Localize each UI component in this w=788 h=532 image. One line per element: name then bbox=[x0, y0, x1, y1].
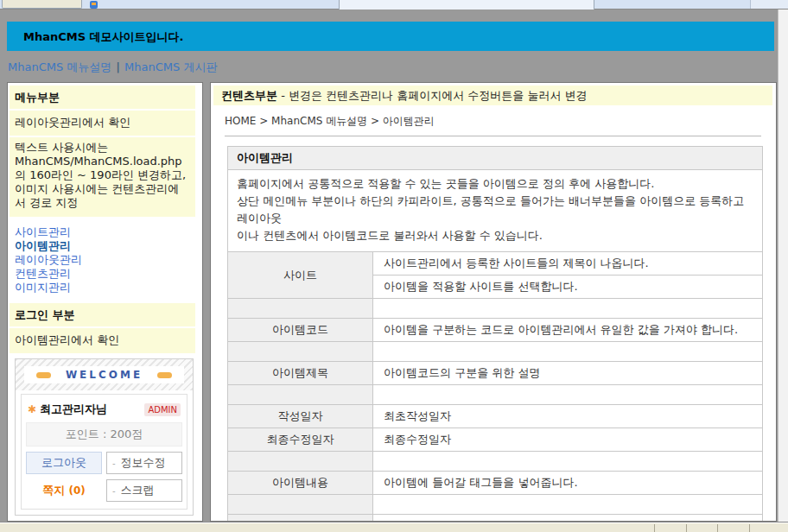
table-description-row: 홈페이지에서 공통적으로 적용할 수 있는 곳들을 아이템으로 정의 후에 사용… bbox=[228, 170, 763, 252]
status-separator bbox=[749, 524, 750, 532]
edit-info-label: 정보수정 bbox=[121, 455, 166, 471]
welcome-pill-icon bbox=[157, 372, 172, 378]
dash-icon: - bbox=[112, 459, 116, 468]
empty-label-cell bbox=[228, 342, 373, 362]
main-content: 컨텐츠부분 - 변경은 컨텐츠관리나 홈페이지에서 수정버튼을 눌러서 변경 H… bbox=[210, 82, 777, 522]
column-gap bbox=[203, 82, 210, 522]
sidebar-item-link[interactable]: 이미지관리 bbox=[15, 281, 195, 294]
user-info-box: 최고관리자님 ADMIN 포인트 : 200점 로그아웃 -정보수정 쪽지 (0… bbox=[21, 394, 187, 510]
user-star-icon bbox=[28, 403, 36, 415]
field-label: 여분필드 1 ~ 10 bbox=[228, 515, 373, 522]
welcome-banner: WELCOME bbox=[16, 359, 193, 390]
edit-info-button[interactable]: -정보수정 bbox=[106, 452, 182, 474]
spacer-row bbox=[228, 299, 763, 319]
table-row: 아이템내용아이템에 들어갈 태그들을 넣어줍니다. bbox=[228, 472, 763, 495]
page-favicon-icon bbox=[90, 1, 98, 9]
memo-link[interactable]: 쪽지 (0) bbox=[26, 483, 102, 498]
status-separator bbox=[654, 524, 655, 532]
field-description: 아이템코드의 구분을 위한 설명 bbox=[373, 362, 763, 385]
field-description: 아이템을 적용할 사이트를 선택합니다. bbox=[373, 276, 763, 299]
nav-link-board[interactable]: MhanCMS 게시판 bbox=[124, 60, 217, 73]
nav-separator: | bbox=[116, 60, 120, 73]
field-label: 사이트 bbox=[228, 252, 373, 299]
field-label: 작성일자 bbox=[228, 405, 373, 428]
item-admin-table: 아이템관리 홈페이지에서 공통적으로 적용할 수 있는 곳들을 아이템으로 정의… bbox=[227, 146, 763, 522]
content-notice-bar: 컨텐츠부분 - 변경은 컨텐츠관리나 홈페이지에서 수정버튼을 눌러서 변경 bbox=[213, 86, 772, 105]
browser-tab-controls[interactable] bbox=[750, 0, 788, 9]
welcome-banner-inner: WELCOME bbox=[24, 366, 184, 383]
table-description: 홈페이지에서 공통적으로 적용할 수 있는 곳들을 아이템으로 정의 후에 사용… bbox=[228, 170, 763, 252]
field-description: 사이트관리에서 등록한 사이트들의 제목이 나옵니다. bbox=[373, 252, 763, 276]
status-separator bbox=[686, 524, 687, 532]
empty-label-cell bbox=[228, 299, 373, 319]
login-section-subtitle: 아이템관리에서 확인 bbox=[10, 328, 195, 353]
table-row: 사이트사이트관리에서 등록한 사이트들의 제목이 나옵니다. bbox=[228, 252, 763, 276]
menu-section-title: 메뉴부분 bbox=[10, 86, 195, 109]
scrap-button[interactable]: -스크랩 bbox=[106, 479, 182, 502]
logout-button[interactable]: 로그아웃 bbox=[26, 452, 102, 474]
empty-label-cell bbox=[228, 385, 373, 405]
browser-tab-bar bbox=[0, 0, 788, 10]
spacer-row bbox=[228, 342, 763, 362]
points-display: 포인트 : 200점 bbox=[26, 422, 182, 446]
dash-icon: - bbox=[112, 486, 116, 496]
field-label: 아이템코드 bbox=[228, 319, 373, 342]
screen: MhanCMS 데모사이트입니다. MhanCMS 메뉴설명|MhanCMS 게… bbox=[0, 0, 788, 532]
browser-tab[interactable] bbox=[2, 0, 82, 9]
status-separator bbox=[717, 524, 718, 532]
spacer-row bbox=[228, 385, 763, 405]
spacer-row bbox=[228, 495, 763, 515]
site-title: MhanCMS 데모사이트입니다. bbox=[7, 22, 774, 45]
empty-desc-cell bbox=[373, 452, 763, 472]
memo-count: (0) bbox=[68, 484, 85, 497]
field-description: 아이템에 들어갈 태그들을 넣어줍니다. bbox=[373, 472, 763, 495]
field-description: 그누보드처럼 여분필드로 필요한 부분이 있을때 사용하시면 됩니다. bbox=[373, 515, 763, 522]
welcome-pill-icon bbox=[36, 372, 51, 378]
notice-title: 컨텐츠부분 bbox=[221, 89, 277, 102]
table-row: 아이템코드아이템을 구분하는 코드로 아이템관리에서 유일한 값을 가져야 합니… bbox=[228, 319, 763, 342]
empty-desc-cell bbox=[373, 495, 763, 515]
table-row: 작성일자최초작성일자 bbox=[228, 405, 763, 428]
sidebar-item-link[interactable]: 컨텐츠관리 bbox=[15, 267, 195, 281]
table-row: 여분필드 1 ~ 10그누보드처럼 여분필드로 필요한 부분이 있을때 사용하시… bbox=[228, 515, 763, 522]
sidebar-item-link[interactable]: 레이아웃관리 bbox=[15, 253, 195, 267]
empty-desc-cell bbox=[373, 342, 763, 362]
main-nav: MhanCMS 메뉴설명|MhanCMS 게시판 bbox=[8, 60, 217, 75]
empty-label-cell bbox=[228, 495, 373, 515]
login-widget: WELCOME 최고관리자님 ADMIN 포인트 : 200점 로그아웃 -정보… bbox=[15, 358, 194, 516]
nav-link-menu-guide[interactable]: MhanCMS 메뉴설명 bbox=[8, 60, 111, 73]
memo-label: 쪽지 bbox=[42, 484, 65, 497]
menu-section-subtitle: 레이아웃관리에서 확인 bbox=[10, 111, 195, 136]
sidebar-item-active[interactable]: 아이템관리 bbox=[15, 239, 195, 253]
field-description: 최초작성일자 bbox=[373, 405, 763, 428]
field-label: 최종수정일자 bbox=[228, 428, 373, 452]
table-row: 최종수정일자최종수정일자 bbox=[228, 428, 763, 452]
window-right-edge bbox=[778, 10, 788, 522]
spacer-row bbox=[228, 452, 763, 472]
content-area: 메뉴부분 레이아웃관리에서 확인 텍스트 사용시에는 MhanCMS/MhanC… bbox=[7, 82, 778, 522]
notice-text: - 변경은 컨텐츠관리나 홈페이지에서 수정버튼을 눌러서 변경 bbox=[277, 89, 588, 102]
empty-desc-cell bbox=[373, 299, 763, 319]
site-banner: MhanCMS 데모사이트입니다. bbox=[7, 22, 774, 51]
breadcrumb: HOME > MhanCMS 메뉴설명 > 아이템관리 bbox=[213, 105, 773, 136]
empty-label-cell bbox=[228, 452, 373, 472]
field-label: 아이템제목 bbox=[228, 362, 373, 385]
table-row: 아이템제목아이템코드의 구분을 위한 설명 bbox=[228, 362, 763, 385]
user-name: 최고관리자님 bbox=[40, 402, 107, 417]
admin-badge: ADMIN bbox=[144, 403, 181, 416]
sidebar-spacer bbox=[10, 516, 200, 522]
sidebar: 메뉴부분 레이아웃관리에서 확인 텍스트 사용시에는 MhanCMS/MhanC… bbox=[7, 82, 203, 522]
field-description: 최종수정일자 bbox=[373, 428, 763, 452]
login-section-title: 로그인 부분 bbox=[10, 303, 195, 326]
user-row: 최고관리자님 ADMIN bbox=[26, 400, 182, 422]
sidebar-link-list: 사이트관리아이템관리레이아웃관리컨텐츠관리이미지관리 bbox=[10, 218, 200, 303]
field-description: 아이템을 구분하는 코드로 아이템관리에서 유일한 값을 가져야 합니다. bbox=[373, 319, 763, 342]
table-title: 아이템관리 bbox=[228, 147, 763, 170]
empty-desc-cell bbox=[373, 385, 763, 405]
sidebar-item-link[interactable]: 사이트관리 bbox=[15, 225, 195, 239]
divider bbox=[225, 136, 761, 136]
scrap-label: 스크랩 bbox=[121, 483, 155, 498]
table-header-row: 아이템관리 bbox=[228, 147, 763, 170]
browser-tab-active[interactable] bbox=[339, 0, 594, 10]
menu-section-note: 텍스트 사용시에는 MhanCMS/MhanCMS.load.php 의 160… bbox=[10, 137, 195, 217]
